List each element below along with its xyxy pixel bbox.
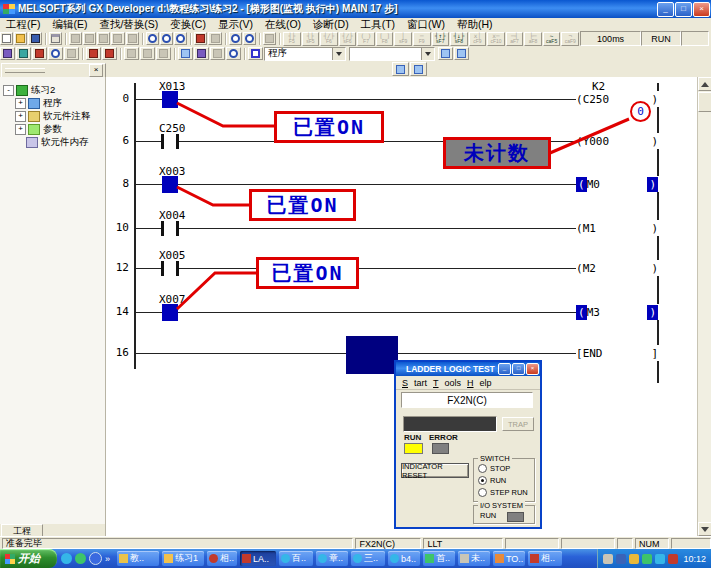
convert-all-button[interactable] — [210, 47, 225, 60]
copy-button[interactable] — [83, 32, 96, 45]
zoom-out-button[interactable] — [243, 32, 256, 45]
drag-grip[interactable] — [5, 68, 45, 73]
vertical-scrollbar[interactable] — [697, 77, 711, 536]
find-contact-button[interactable] — [160, 32, 173, 45]
menu-start[interactable]: Start — [402, 378, 427, 388]
quick-launch-overflow[interactable]: » — [105, 554, 110, 564]
task-button[interactable]: 相.. — [207, 551, 237, 566]
contact-x005[interactable] — [161, 261, 179, 276]
menu-tools[interactable]: 工具(T) — [355, 18, 401, 32]
ladder-delete-hline-button[interactable]: x─cF10 — [487, 32, 505, 46]
project-data-list-button[interactable] — [263, 32, 276, 45]
task-button[interactable]: 首.. — [423, 551, 455, 566]
new-data-button[interactable] — [438, 47, 453, 60]
insert-column-button[interactable] — [156, 47, 171, 60]
dialog-title-bar[interactable]: LADDER LOGIC TEST ... _ □ × — [396, 362, 540, 376]
coil-m0-on[interactable]: (M0 ) — [576, 176, 660, 192]
cut-button[interactable] — [69, 32, 82, 45]
task-button[interactable]: 百.. — [279, 551, 313, 566]
minimize-button[interactable]: _ — [657, 2, 674, 17]
task-button[interactable]: 相.. — [528, 551, 562, 566]
ladder-vline-button[interactable]: │sF9 — [394, 32, 412, 46]
contact-x003-on[interactable] — [162, 176, 178, 193]
menu-online[interactable]: 在线(O) — [259, 18, 307, 32]
scroll-up-icon[interactable] — [698, 77, 711, 91]
ladder-mode-button[interactable] — [248, 47, 263, 60]
ladder-invert-button[interactable]: ~caF5 — [543, 32, 561, 46]
tree-item-program[interactable]: + 程序 — [15, 98, 62, 109]
zoom-in-button[interactable] — [229, 32, 242, 45]
monitor-write-button[interactable] — [16, 47, 31, 60]
tree-item-device-comment[interactable]: + 软元件注释 — [15, 111, 91, 122]
find-device-button[interactable] — [146, 32, 159, 45]
menu-convert[interactable]: 变换(C) — [164, 18, 212, 32]
quick-launch-icon[interactable] — [75, 553, 86, 564]
tray-icon[interactable] — [603, 554, 613, 564]
end-instruction[interactable]: [END ] — [576, 345, 660, 361]
menu-window[interactable]: 窗口(W) — [401, 18, 451, 32]
delete-rung-button[interactable] — [102, 47, 117, 60]
open-project-button[interactable] — [14, 32, 27, 45]
task-button[interactable]: 未.. — [458, 551, 490, 566]
tray-icon[interactable] — [616, 554, 626, 564]
task-button[interactable]: b4.. — [388, 551, 420, 566]
dialog-maximize-button[interactable]: □ — [512, 363, 525, 375]
redo-button[interactable] — [126, 32, 139, 45]
task-button-active[interactable]: LA.. — [240, 551, 276, 566]
menu-edit[interactable]: 编辑(E) — [46, 18, 93, 32]
ladder-cursor-cell[interactable] — [346, 336, 398, 374]
ladder-not-button[interactable]: ¬caF9 — [561, 32, 579, 46]
menu-help[interactable]: Help — [467, 378, 492, 388]
data-type-dropdown[interactable]: 程序 — [264, 47, 346, 61]
data-sort-button[interactable] — [454, 47, 469, 60]
dialog-minimize-button[interactable]: _ — [498, 363, 511, 375]
comment-display-button[interactable] — [226, 47, 241, 60]
tree-item-parameter[interactable]: + 参数 — [15, 124, 62, 135]
save-project-button[interactable] — [28, 32, 41, 45]
coil-m1[interactable]: (M1 ) — [576, 220, 660, 236]
ladder-hline-button[interactable]: ─F9 — [413, 32, 431, 46]
task-button[interactable]: 教.. — [117, 551, 159, 566]
indicator-reset-button[interactable]: INDICATOR RESET — [401, 463, 469, 478]
new-project-button[interactable] — [0, 32, 13, 45]
restore-button[interactable]: □ — [675, 2, 692, 17]
title-bar[interactable]: MELSOFT系列 GX Developer d:\教程练习\练习2 - [梯形… — [0, 0, 711, 18]
expand-icon[interactable]: + — [15, 98, 26, 109]
contact-x004[interactable] — [161, 221, 179, 236]
monitor-mode-button[interactable] — [0, 47, 15, 60]
contact-x007-on[interactable] — [162, 304, 178, 321]
radio-run[interactable]: RUN — [478, 476, 506, 485]
tray-icon[interactable] — [629, 554, 639, 564]
coil-m2[interactable]: (M2 ) — [576, 260, 660, 276]
ladder-parallel-contact-button[interactable]: ┤├sF5 — [302, 32, 320, 46]
menu-find-replace[interactable]: 查找/替换(S) — [93, 18, 164, 32]
task-button[interactable]: 三.. — [351, 551, 385, 566]
monitor-stop-button[interactable] — [32, 47, 47, 60]
menu-diagnostics[interactable]: 诊断(D) — [307, 18, 355, 32]
collapse-icon[interactable]: - — [3, 85, 14, 96]
dialog-close-button[interactable]: × — [526, 363, 539, 375]
find-string-button[interactable] — [174, 32, 187, 45]
menu-help[interactable]: 帮助(H) — [451, 18, 499, 32]
ladder-edge-contact-button[interactable]: ─┤aF7 — [506, 32, 524, 46]
start-button[interactable]: 开始 — [0, 549, 57, 568]
task-button[interactable]: 练习1 — [162, 551, 204, 566]
paste-button[interactable] — [97, 32, 110, 45]
close-button[interactable]: × — [693, 2, 710, 17]
radio-stop[interactable]: STOP — [478, 464, 510, 473]
device-use-list-button[interactable] — [208, 32, 221, 45]
ladder-application-button[interactable]: [ ]F8 — [376, 32, 394, 46]
scroll-down-icon[interactable] — [698, 522, 711, 536]
monitor-start-button[interactable] — [48, 47, 63, 60]
device-test-button[interactable] — [64, 47, 79, 60]
tray-shield-icon[interactable] — [642, 554, 652, 564]
ladder-open-contact-button[interactable]: ┤├F5 — [283, 32, 301, 46]
convert-button[interactable] — [194, 47, 209, 60]
ladder-closed-contact-button[interactable]: ┤/├F6 — [320, 32, 338, 46]
quick-launch-icon[interactable] — [89, 552, 102, 565]
tree-close-button[interactable]: × — [89, 64, 103, 77]
quick-launch-icon[interactable] — [61, 553, 72, 564]
menu-project[interactable]: 工程(F) — [0, 18, 46, 32]
undo-button[interactable] — [111, 32, 124, 45]
tree-item-device-memory[interactable]: 软元件内存 — [26, 137, 89, 148]
